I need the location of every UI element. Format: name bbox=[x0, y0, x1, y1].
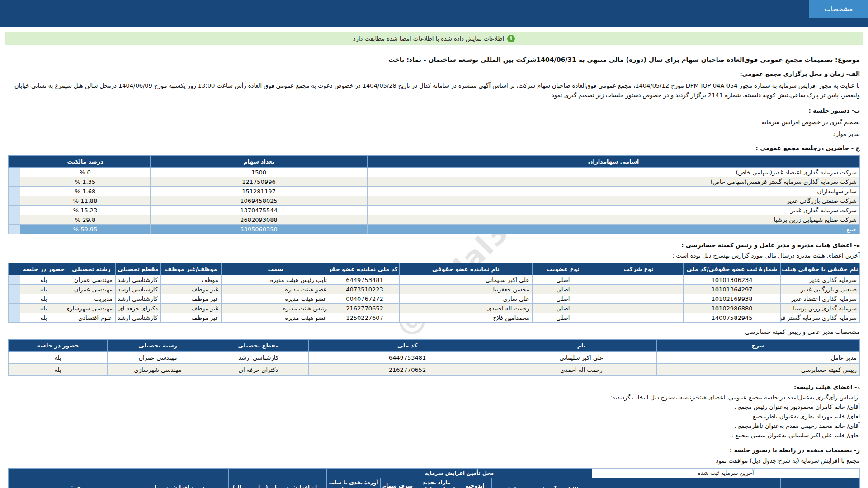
subject-line: موضوع: تصمیمات مجمع عمومی فوق‌العاده صاح… bbox=[8, 55, 860, 64]
col-degree-header: مقطع تحصیلی bbox=[208, 340, 309, 352]
col-national-id-header: کد ملی bbox=[309, 340, 506, 352]
section-b-title: ب- دستور جلسه : bbox=[8, 107, 860, 114]
cell: 10102986880 bbox=[684, 304, 781, 313]
table-row: سایر سهامداران 151281197 1.68 % bbox=[9, 187, 860, 196]
tab-specifications-label: مشخصات bbox=[825, 5, 853, 13]
attendees-table: اسامی سهامداران تعداد سهام درصد مالکیت ش… bbox=[8, 155, 860, 234]
cell: 1500 bbox=[151, 168, 368, 177]
cell: 4073510223 bbox=[330, 285, 400, 294]
cell: 5395060350 bbox=[151, 225, 368, 234]
cell bbox=[594, 285, 684, 294]
table-row: شرکت صنعتی بازرگانی غدیر 1069458025 11.8… bbox=[9, 196, 860, 206]
row-marker-cell bbox=[9, 196, 20, 206]
cell: غیر موظف bbox=[161, 294, 222, 304]
cell: سرمایه گذاری زرین پرشیا bbox=[781, 304, 860, 313]
cell: بله bbox=[20, 313, 67, 323]
cell: رحمت اله احمدی bbox=[506, 364, 657, 376]
col-amount-header: مبلغ (میلیون ریال) bbox=[592, 478, 673, 488]
cell: بله bbox=[20, 275, 67, 285]
col-ownership-percent-header: درصد مالکیت bbox=[20, 156, 151, 168]
table-header-row: اسامی سهامداران تعداد سهام درصد مالکیت bbox=[9, 156, 860, 168]
cell: دکترای حرفه ای bbox=[208, 364, 309, 376]
table-group-header-row: آخرین سرمایه ثبت شده محل تأمین افزایش سر… bbox=[9, 469, 860, 478]
cell: کارشناسی ارشد bbox=[208, 352, 309, 364]
table-row: شرکت صنایع شیمیایی زرین پرشیا 2682093088… bbox=[9, 215, 860, 225]
cell: شرکت صنایع شیمیایی زرین پرشیا bbox=[368, 215, 860, 225]
cell: کارشناسی ارشد bbox=[116, 285, 161, 294]
col-increase-percent-header: درصد افزایش سرمایه bbox=[126, 469, 228, 488]
cell: عضو هیئت مدیره bbox=[222, 294, 330, 304]
presiding-member-line: آقای/ خانم مهرداد نظری به‌عنوان ناظرمجمع… bbox=[8, 413, 860, 420]
cell: کارشناسی ارشد bbox=[116, 275, 161, 285]
cell: مدیر عامل bbox=[657, 352, 860, 364]
cell: کارشناسی ارشد bbox=[116, 313, 161, 323]
row-marker-cell bbox=[9, 304, 20, 313]
table-row: سرمایه گذاری زرین پرشیا 10102986880 اصلی… bbox=[9, 304, 860, 313]
cell: شرکت سرمایه گذاری غدیر bbox=[368, 206, 860, 215]
row-marker-header bbox=[9, 263, 20, 275]
report-body: موضوع: تصمیمات مجمع عمومی فوق‌العاده صاح… bbox=[0, 55, 868, 488]
cell: اصلی bbox=[533, 275, 594, 285]
col-shares-count-header: تعداد سهام bbox=[781, 478, 860, 488]
cell: موظف bbox=[161, 275, 222, 285]
cell: جمع bbox=[368, 225, 860, 234]
col-name-header: نام bbox=[506, 340, 657, 352]
cell: 10101306234 bbox=[684, 275, 781, 285]
cell bbox=[594, 275, 684, 285]
cell: مدیریت bbox=[67, 294, 116, 304]
row-marker-cell bbox=[9, 294, 20, 304]
cell: بله bbox=[9, 364, 108, 376]
cell: شرکت سرمایه گذاری سرمایه گستر فرهمس(سهام… bbox=[368, 177, 860, 187]
total-row: جمع 5395060350 59.95 % bbox=[9, 225, 860, 234]
col-approval-method-header: نحوهٔ تصویب bbox=[9, 469, 126, 488]
col-position-header: سمت bbox=[222, 263, 330, 275]
presiding-member-line: آقای/ خانم کامران محمودپور به‌عنوان رئیس… bbox=[8, 403, 860, 411]
table-row: مدیر عامل علی اکبر سلیمانی 6449753481 کا… bbox=[9, 352, 860, 364]
col-duty-header: موظف/غیر موظف bbox=[161, 263, 222, 275]
col-retained-earnings-header: سود انباشته (میلیون ریال) bbox=[491, 478, 535, 488]
row-marker-cell bbox=[9, 206, 20, 215]
section-e-subtitle: آخرین اعضای هیئت مدیره درسال مالی مورد گ… bbox=[8, 252, 860, 259]
row-marker-cell bbox=[9, 215, 20, 225]
section-a-title: الف- زمان و محل برگزاری مجمع عمومی: bbox=[8, 70, 860, 78]
cell: عضو هیئت مدیره bbox=[222, 285, 330, 294]
cell: 151281197 bbox=[151, 187, 368, 196]
row-marker-cell bbox=[9, 168, 20, 177]
table-row: رییس کمیته حسابرسی رحمت اله احمدی 216277… bbox=[9, 364, 860, 376]
tab-specifications[interactable]: مشخصات bbox=[809, 0, 868, 18]
row-marker-cell bbox=[9, 285, 20, 294]
col-shares-count-header: تعداد سهام bbox=[151, 156, 368, 168]
col-role-header: شرح bbox=[657, 340, 860, 352]
cell: 1250227607 bbox=[330, 313, 400, 323]
cell: نایب رئیس هیئت مدیره bbox=[222, 275, 330, 285]
section-d-title: د- اعضای هیئت رئیسه: bbox=[8, 383, 860, 391]
cell: مهندسی شهرسازی bbox=[67, 304, 116, 313]
col-shareholder-name-header: اسامی سهامداران bbox=[368, 156, 860, 168]
section-e-title: ه- اعضای هیات مدیره و مدیر عامل و رئیس ک… bbox=[8, 241, 860, 249]
cell: 0 % bbox=[20, 168, 151, 177]
row-marker-cell bbox=[9, 187, 20, 196]
table-header-row: نام حقیقی یا حقوقی هیئت مدیره شمارهٔ ثبت… bbox=[9, 263, 860, 275]
section-r-subtitle: مجمع با افزایش سرمایه (به شرح جدول ذیل) … bbox=[8, 457, 860, 465]
cell: بله bbox=[20, 294, 67, 304]
col-company-type-header: نوع شرکت bbox=[594, 263, 684, 275]
cell: سرمایه گذاری سرمایه گستر فرهمس bbox=[781, 313, 860, 323]
presiding-member-line: آقای/ خانم علی اکبر سلیمانی به‌عنوان منش… bbox=[8, 432, 860, 439]
cell: بله bbox=[20, 304, 67, 313]
cell: بله bbox=[20, 285, 67, 294]
cell: صنعتی و بازرگانی غدیر bbox=[781, 285, 860, 294]
cell: 1069458025 bbox=[151, 196, 368, 206]
cell: 1370475544 bbox=[151, 206, 368, 215]
col-reserves-header: اندوخته (میلیون ریال) bbox=[458, 478, 491, 488]
col-registration-number-header: شمارهٔ ثبت عضو حقوقی/کد ملی bbox=[684, 263, 781, 275]
row-marker-cell bbox=[9, 177, 20, 187]
cell: 0040767272 bbox=[330, 294, 400, 304]
cell: مهندسی شهرسازی bbox=[108, 364, 208, 376]
section-c-title: ج - حاضرین درجلسه مجمع عمومی : bbox=[8, 144, 860, 152]
cell: 1.35 % bbox=[20, 177, 151, 187]
cell: 15.23 % bbox=[20, 206, 151, 215]
cell: سرمایه گذاری غدیر bbox=[781, 275, 860, 285]
cell bbox=[594, 294, 684, 304]
cell: علی اکبر سلیمانی bbox=[506, 352, 657, 364]
cell: علی اکبر سلیمانی bbox=[400, 275, 533, 285]
